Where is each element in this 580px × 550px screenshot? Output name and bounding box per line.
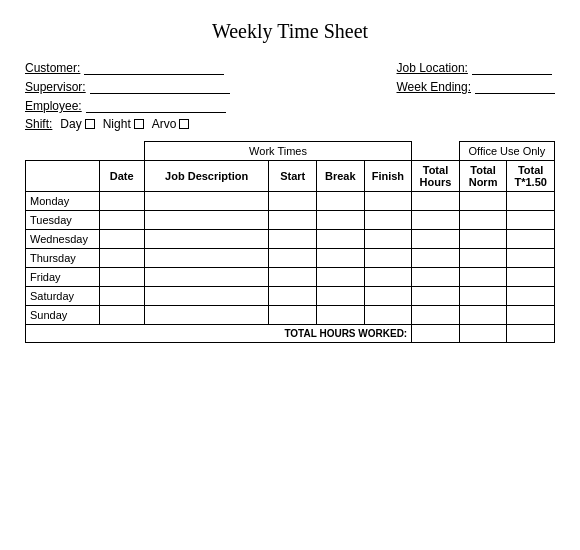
timesheet-table: Work Times Office Use Only Date Job Desc… <box>25 141 555 343</box>
total-hours-cell[interactable] <box>412 249 460 268</box>
start-cell[interactable] <box>269 249 317 268</box>
table-row: Saturday <box>26 287 555 306</box>
work-times-header: Work Times <box>144 142 411 161</box>
total-norm-cell[interactable] <box>459 192 507 211</box>
total-norm-cell[interactable] <box>459 268 507 287</box>
col-header-desc: Job Description <box>144 161 269 192</box>
total-t150-cell[interactable] <box>507 211 555 230</box>
office-use-header: Office Use Only <box>459 142 554 161</box>
finish-cell[interactable] <box>364 306 412 325</box>
total-norm-cell[interactable] <box>459 287 507 306</box>
total-row: TOTAL HOURS WORKED: <box>26 325 555 343</box>
finish-cell[interactable] <box>364 249 412 268</box>
total-norm-cell[interactable] <box>459 230 507 249</box>
date-cell[interactable] <box>99 230 144 249</box>
day-label: Wednesday <box>26 230 100 249</box>
total-norm-cell[interactable] <box>459 306 507 325</box>
total-hours-cell[interactable] <box>412 287 460 306</box>
col-header-break: Break <box>317 161 365 192</box>
table-row: Wednesday <box>26 230 555 249</box>
shift-day-checkbox[interactable] <box>85 119 95 129</box>
desc-cell[interactable] <box>144 268 269 287</box>
start-cell[interactable] <box>269 268 317 287</box>
total-hours-value[interactable] <box>412 325 460 343</box>
break-cell[interactable] <box>317 287 365 306</box>
desc-cell[interactable] <box>144 306 269 325</box>
shift-label: Shift: <box>25 117 52 131</box>
shift-day-label: Day <box>60 117 81 131</box>
break-cell[interactable] <box>317 306 365 325</box>
col-header-day <box>26 161 100 192</box>
total-t150-value[interactable] <box>507 325 555 343</box>
total-t150-cell[interactable] <box>507 268 555 287</box>
total-t150-cell[interactable] <box>507 287 555 306</box>
day-label: Saturday <box>26 287 100 306</box>
table-row: Sunday <box>26 306 555 325</box>
col-header-total-hours: Total Hours <box>412 161 460 192</box>
finish-cell[interactable] <box>364 211 412 230</box>
date-cell[interactable] <box>99 249 144 268</box>
empty-header-2 <box>412 142 460 161</box>
break-cell[interactable] <box>317 230 365 249</box>
col-header-finish: Finish <box>364 161 412 192</box>
date-cell[interactable] <box>99 192 144 211</box>
table-row: Friday <box>26 268 555 287</box>
total-hours-cell[interactable] <box>412 306 460 325</box>
finish-cell[interactable] <box>364 268 412 287</box>
desc-cell[interactable] <box>144 211 269 230</box>
start-cell[interactable] <box>269 211 317 230</box>
date-cell[interactable] <box>99 306 144 325</box>
finish-cell[interactable] <box>364 192 412 211</box>
week-ending-input-line[interactable] <box>475 80 555 94</box>
break-cell[interactable] <box>317 249 365 268</box>
total-t150-cell[interactable] <box>507 249 555 268</box>
shift-arvo-label: Arvo <box>152 117 177 131</box>
finish-cell[interactable] <box>364 287 412 306</box>
desc-cell[interactable] <box>144 192 269 211</box>
finish-cell[interactable] <box>364 230 412 249</box>
shift-night-checkbox[interactable] <box>134 119 144 129</box>
customer-input-line[interactable] <box>84 61 224 75</box>
day-label: Sunday <box>26 306 100 325</box>
total-t150-cell[interactable] <box>507 192 555 211</box>
total-hours-cell[interactable] <box>412 230 460 249</box>
total-norm-cell[interactable] <box>459 249 507 268</box>
employee-input-line[interactable] <box>86 99 226 113</box>
break-cell[interactable] <box>317 211 365 230</box>
customer-label: Customer: <box>25 61 80 75</box>
shift-night-label: Night <box>103 117 131 131</box>
week-ending-label: Week Ending: <box>397 80 472 94</box>
total-hours-cell[interactable] <box>412 211 460 230</box>
employee-label: Employee: <box>25 99 82 113</box>
total-hours-cell[interactable] <box>412 192 460 211</box>
start-cell[interactable] <box>269 306 317 325</box>
total-t150-cell[interactable] <box>507 306 555 325</box>
page-title: Weekly Time Sheet <box>25 20 555 43</box>
supervisor-input-line[interactable] <box>90 80 230 94</box>
day-label: Tuesday <box>26 211 100 230</box>
start-cell[interactable] <box>269 230 317 249</box>
break-cell[interactable] <box>317 192 365 211</box>
day-label: Thursday <box>26 249 100 268</box>
day-label: Monday <box>26 192 100 211</box>
total-hours-cell[interactable] <box>412 268 460 287</box>
total-hours-label: TOTAL HOURS WORKED: <box>26 325 412 343</box>
start-cell[interactable] <box>269 287 317 306</box>
table-row: Monday <box>26 192 555 211</box>
total-norm-cell[interactable] <box>459 211 507 230</box>
job-location-input-line[interactable] <box>472 61 552 75</box>
total-norm-value[interactable] <box>459 325 507 343</box>
date-cell[interactable] <box>99 287 144 306</box>
date-cell[interactable] <box>99 268 144 287</box>
start-cell[interactable] <box>269 192 317 211</box>
break-cell[interactable] <box>317 268 365 287</box>
job-location-label: Job Location: <box>397 61 468 75</box>
empty-date-header <box>99 142 144 161</box>
total-t150-cell[interactable] <box>507 230 555 249</box>
date-cell[interactable] <box>99 211 144 230</box>
desc-cell[interactable] <box>144 249 269 268</box>
desc-cell[interactable] <box>144 230 269 249</box>
desc-cell[interactable] <box>144 287 269 306</box>
table-row: Thursday <box>26 249 555 268</box>
shift-arvo-checkbox[interactable] <box>179 119 189 129</box>
